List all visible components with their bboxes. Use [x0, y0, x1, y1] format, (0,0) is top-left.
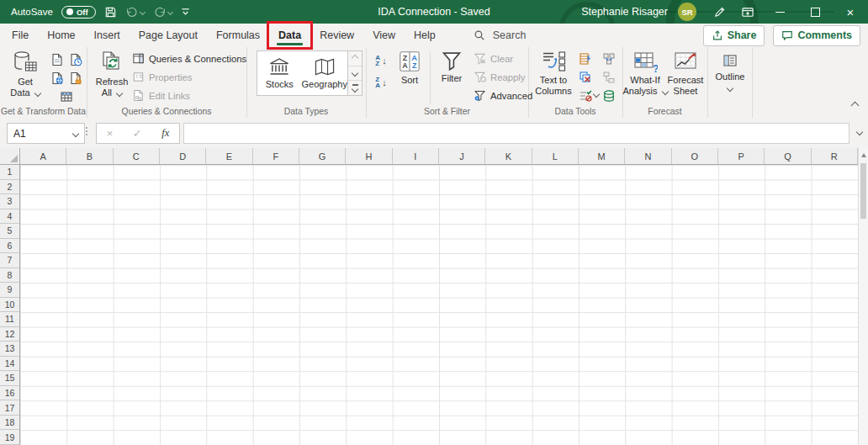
clear-filter-button[interactable]: Clear	[474, 52, 513, 65]
sort-descending-button[interactable]: ZA ↓	[371, 72, 391, 93]
user-name[interactable]: Stephanie Risager	[581, 6, 668, 18]
autosave-toggle[interactable]: Off	[61, 6, 96, 19]
relationships-button[interactable]	[601, 69, 617, 86]
formula-bar-resizer[interactable]	[86, 127, 87, 135]
row-header-8[interactable]: 8	[0, 268, 19, 283]
column-header-L[interactable]: L	[532, 148, 579, 164]
row-header-11[interactable]: 11	[0, 312, 19, 327]
consolidate-button[interactable]	[601, 50, 617, 67]
column-header-B[interactable]: B	[66, 148, 113, 164]
column-header-J[interactable]: J	[439, 148, 485, 164]
from-table-range-button[interactable]	[58, 88, 75, 105]
filter-button[interactable]: Filter	[435, 50, 468, 84]
vertical-scrollbar[interactable]	[858, 148, 868, 445]
gallery-scroll-up-button[interactable]	[348, 51, 362, 66]
column-header-M[interactable]: M	[579, 148, 625, 164]
tab-file[interactable]: File	[3, 24, 38, 47]
text-to-columns-button[interactable]: Text to Columns	[532, 50, 575, 97]
from-text-csv-button[interactable]	[49, 51, 66, 68]
cells-area[interactable]	[20, 165, 858, 445]
column-header-A[interactable]: A	[20, 148, 66, 164]
minimize-button[interactable]	[762, 0, 797, 24]
cancel-button[interactable]: ×	[107, 127, 114, 140]
row-header-5[interactable]: 5	[0, 224, 19, 239]
manage-data-model-button[interactable]	[601, 87, 617, 104]
tab-review[interactable]: Review	[310, 24, 363, 47]
row-header-2[interactable]: 2	[0, 180, 19, 195]
row-header-18[interactable]: 18	[0, 416, 19, 431]
data-validation-button[interactable]	[577, 87, 594, 104]
customize-quick-access-toolbar-button[interactable]	[181, 8, 190, 16]
outline-button[interactable]: Outline	[712, 51, 748, 91]
comments-button[interactable]: Comments	[773, 25, 860, 46]
select-all-button[interactable]	[0, 148, 20, 165]
tab-formulas[interactable]: Formulas	[207, 24, 269, 47]
row-header-12[interactable]: 12	[0, 327, 19, 342]
scroll-up-button[interactable]	[859, 148, 868, 162]
tab-page-layout[interactable]: Page Layout	[130, 24, 207, 47]
sort-ascending-button[interactable]: AZ ↓	[371, 50, 391, 71]
editing-mode-button[interactable]	[705, 0, 733, 24]
column-header-C[interactable]: C	[114, 148, 160, 164]
tab-data[interactable]: Data	[269, 24, 310, 47]
row-header-13[interactable]: 13	[0, 342, 19, 357]
name-box-dropdown-icon[interactable]	[72, 130, 79, 137]
tab-help[interactable]: Help	[405, 24, 445, 47]
gallery-scroll-down-button[interactable]	[348, 66, 362, 82]
what-if-analysis-button[interactable]: ? What-If Analysis	[625, 50, 665, 97]
row-header-9[interactable]: 9	[0, 283, 19, 298]
enter-button[interactable]: ✓	[133, 127, 142, 140]
ribbon-display-options-button[interactable]	[733, 0, 762, 24]
column-header-I[interactable]: I	[393, 148, 439, 164]
row-header-15[interactable]: 15	[0, 371, 19, 386]
column-header-G[interactable]: G	[299, 148, 346, 164]
existing-connections-button[interactable]	[67, 70, 84, 87]
row-header-16[interactable]: 16	[0, 386, 19, 401]
refresh-all-button[interactable]: Refresh All	[93, 50, 130, 98]
avatar[interactable]: SR	[678, 3, 696, 21]
close-button[interactable]: ×	[833, 0, 868, 24]
row-header-3[interactable]: 3	[0, 194, 19, 209]
remove-duplicates-button[interactable]	[577, 69, 594, 86]
expand-formula-bar-icon[interactable]	[856, 129, 863, 135]
column-header-D[interactable]: D	[160, 148, 206, 164]
row-header-14[interactable]: 14	[0, 357, 19, 372]
tab-home[interactable]: Home	[38, 24, 84, 47]
tab-insert[interactable]: Insert	[85, 24, 130, 47]
row-header-10[interactable]: 10	[0, 298, 19, 313]
formula-input[interactable]	[183, 123, 849, 144]
get-data-button[interactable]: Get Data	[5, 50, 45, 98]
sort-button[interactable]: Z A A Z Sort	[393, 50, 426, 86]
gallery-more-button[interactable]	[348, 81, 362, 95]
collapse-ribbon-button[interactable]	[852, 97, 858, 112]
share-button[interactable]: Share	[703, 25, 765, 46]
flash-fill-button[interactable]	[577, 50, 594, 67]
reapply-filter-button[interactable]: Reapply	[474, 71, 525, 83]
edit-links-button[interactable]: Edit Links	[132, 89, 190, 102]
from-web-button[interactable]	[49, 70, 66, 87]
save-button[interactable]	[104, 6, 117, 19]
geography-data-type[interactable]: Geography	[302, 51, 347, 95]
row-header-1[interactable]: 1	[0, 165, 19, 180]
row-header-7[interactable]: 7	[0, 253, 19, 268]
column-header-R[interactable]: R	[812, 148, 858, 164]
maximize-button[interactable]	[797, 0, 833, 24]
stocks-data-type[interactable]: Stocks	[257, 51, 302, 95]
data-validation-dropdown-icon[interactable]	[593, 91, 600, 98]
name-box[interactable]: A1	[7, 123, 85, 144]
forecast-sheet-button[interactable]: Forecast Sheet	[666, 50, 705, 97]
recent-sources-button[interactable]	[67, 51, 84, 68]
search-box[interactable]: Search	[474, 29, 527, 41]
row-header-19[interactable]: 19	[0, 430, 19, 445]
queries-and-connections-button[interactable]: Queries & Connections	[132, 52, 246, 65]
column-header-F[interactable]: F	[253, 148, 299, 164]
advanced-filter-button[interactable]: Advanced	[474, 89, 532, 102]
column-header-H[interactable]: H	[346, 148, 392, 164]
insert-function-button[interactable]: fx	[161, 127, 169, 140]
tab-view[interactable]: View	[363, 24, 405, 47]
row-header-6[interactable]: 6	[0, 239, 19, 254]
properties-button[interactable]: Properties	[132, 71, 193, 83]
row-header-17[interactable]: 17	[0, 400, 19, 416]
column-header-K[interactable]: K	[485, 148, 532, 164]
scrollbar-thumb[interactable]	[860, 163, 866, 219]
